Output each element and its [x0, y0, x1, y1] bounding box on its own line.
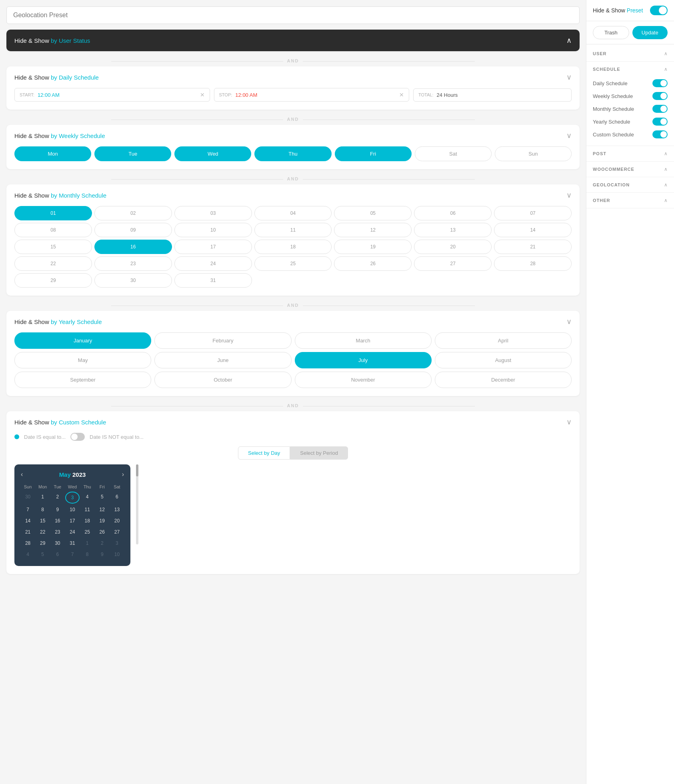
year-month-october[interactable]: October	[154, 372, 291, 388]
cal-day[interactable]: 31	[65, 538, 79, 548]
cal-day[interactable]: 22	[36, 527, 50, 537]
date-toggle[interactable]	[70, 433, 85, 441]
day-btn-tue[interactable]: Tue	[94, 146, 171, 161]
cal-day[interactable]: 10	[65, 504, 79, 515]
cal-day[interactable]: 26	[95, 527, 109, 537]
cal-day[interactable]: 13	[110, 504, 124, 515]
month-day-17[interactable]: 17	[174, 240, 252, 254]
nav-item-toggle[interactable]	[652, 92, 668, 100]
month-day-30[interactable]: 30	[94, 273, 172, 288]
cal-day[interactable]: 6	[110, 492, 124, 504]
cal-day[interactable]: 7	[21, 504, 35, 515]
monthly-schedule-header[interactable]: Hide & Show by Monthly Schedule ∨	[6, 184, 580, 206]
month-day-31[interactable]: 31	[174, 273, 252, 288]
cal-day[interactable]: 9	[95, 549, 109, 560]
year-month-february[interactable]: February	[154, 332, 291, 349]
nav-section-header-schedule[interactable]: SCHEDULE∧	[586, 63, 674, 75]
preset-title-input[interactable]: Geolocation Preset	[6, 6, 580, 24]
cal-prev-btn[interactable]: ‹	[21, 471, 23, 478]
month-day-20[interactable]: 20	[414, 240, 492, 254]
month-day-13[interactable]: 13	[414, 223, 492, 237]
weekly-schedule-header[interactable]: Hide & Show by Weekly Schedule ∨	[6, 125, 580, 146]
nav-item-toggle[interactable]	[652, 130, 668, 138]
trash-button[interactable]: Trash	[593, 26, 629, 39]
day-btn-thu[interactable]: Thu	[254, 146, 331, 161]
month-day-02[interactable]: 02	[94, 206, 172, 220]
day-btn-sun[interactable]: Sun	[495, 146, 572, 161]
cal-day[interactable]: 1	[80, 538, 94, 548]
year-month-march[interactable]: March	[295, 332, 432, 349]
cal-day[interactable]: 3	[110, 538, 124, 548]
year-month-november[interactable]: November	[295, 372, 432, 388]
custom-schedule-header[interactable]: Hide & Show by Custom Schedule ∨	[6, 411, 580, 433]
nav-section-header-woocommerce[interactable]: WOOCOMMERCE∧	[586, 163, 674, 175]
cal-day[interactable]: 3	[65, 492, 79, 504]
cal-day[interactable]: 4	[21, 549, 35, 560]
year-month-april[interactable]: April	[435, 332, 572, 349]
month-day-04[interactable]: 04	[254, 206, 332, 220]
cal-day[interactable]: 11	[80, 504, 94, 515]
cal-day[interactable]: 10	[110, 549, 124, 560]
cal-day[interactable]: 30	[50, 538, 64, 548]
year-month-may[interactable]: May	[14, 352, 151, 368]
month-day-23[interactable]: 23	[94, 256, 172, 271]
start-time-field[interactable]: START: 12:00 AM ✕	[14, 88, 210, 102]
nav-item-toggle[interactable]	[652, 118, 668, 126]
cal-day[interactable]: 2	[50, 492, 64, 504]
month-day-24[interactable]: 24	[174, 256, 252, 271]
select-by-day-tab[interactable]: Select by Day	[238, 446, 290, 460]
update-button[interactable]: Update	[632, 26, 668, 39]
month-day-26[interactable]: 26	[334, 256, 412, 271]
cal-day[interactable]: 7	[65, 549, 79, 560]
month-day-28[interactable]: 28	[494, 256, 572, 271]
year-month-july[interactable]: July	[295, 352, 432, 368]
cal-day[interactable]: 5	[36, 549, 50, 560]
month-day-19[interactable]: 19	[334, 240, 412, 254]
month-day-21[interactable]: 21	[494, 240, 572, 254]
cal-next-btn[interactable]: ›	[122, 471, 124, 478]
month-day-16[interactable]: 16	[94, 240, 172, 254]
year-month-january[interactable]: January	[14, 332, 151, 349]
cal-day[interactable]: 9	[50, 504, 64, 515]
month-day-25[interactable]: 25	[254, 256, 332, 271]
month-day-10[interactable]: 10	[174, 223, 252, 237]
nav-item-toggle[interactable]	[652, 79, 668, 87]
cal-day[interactable]: 16	[50, 516, 64, 526]
month-day-14[interactable]: 14	[494, 223, 572, 237]
cal-day[interactable]: 12	[95, 504, 109, 515]
cal-day[interactable]: 24	[65, 527, 79, 537]
month-day-27[interactable]: 27	[414, 256, 492, 271]
stop-time-field[interactable]: STOP: 12:00 AM ✕	[214, 88, 410, 102]
month-day-09[interactable]: 09	[94, 223, 172, 237]
cal-day[interactable]: 30	[21, 492, 35, 504]
daily-schedule-header[interactable]: Hide & Show by Daily Schedule ∨	[6, 66, 580, 88]
day-btn-sat[interactable]: Sat	[415, 146, 492, 161]
cal-day[interactable]: 8	[36, 504, 50, 515]
month-day-05[interactable]: 05	[334, 206, 412, 220]
user-status-header[interactable]: Hide & Show by User Status ∧	[6, 30, 580, 51]
cal-day[interactable]: 1	[36, 492, 50, 504]
cal-day[interactable]: 27	[110, 527, 124, 537]
cal-day[interactable]: 4	[80, 492, 94, 504]
month-day-18[interactable]: 18	[254, 240, 332, 254]
month-day-08[interactable]: 08	[14, 223, 92, 237]
cal-day[interactable]: 23	[50, 527, 64, 537]
month-day-01[interactable]: 01	[14, 206, 92, 220]
month-day-12[interactable]: 12	[334, 223, 412, 237]
day-btn-fri[interactable]: Fri	[335, 146, 412, 161]
year-month-september[interactable]: September	[14, 372, 151, 388]
preset-toggle[interactable]	[650, 6, 668, 15]
year-month-december[interactable]: December	[435, 372, 572, 388]
month-day-15[interactable]: 15	[14, 240, 92, 254]
day-btn-wed[interactable]: Wed	[174, 146, 251, 161]
nav-section-header-geolocation[interactable]: GEOLOCATION∧	[586, 179, 674, 191]
cal-day[interactable]: 28	[21, 538, 35, 548]
stop-clear-icon[interactable]: ✕	[399, 92, 404, 98]
month-day-11[interactable]: 11	[254, 223, 332, 237]
cal-day[interactable]: 19	[95, 516, 109, 526]
month-day-22[interactable]: 22	[14, 256, 92, 271]
cal-day[interactable]: 18	[80, 516, 94, 526]
nav-section-header-post[interactable]: POST∧	[586, 148, 674, 160]
cal-day[interactable]: 5	[95, 492, 109, 504]
year-month-june[interactable]: June	[154, 352, 291, 368]
